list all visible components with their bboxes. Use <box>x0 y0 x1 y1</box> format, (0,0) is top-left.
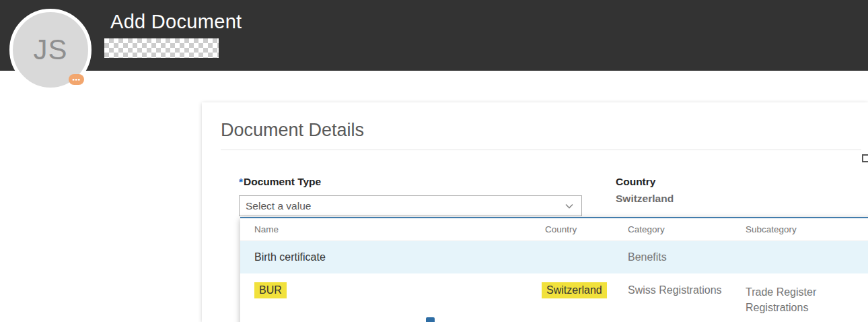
avatar-more-badge[interactable]: ⋯ <box>69 74 84 85</box>
required-asterisk: * <box>239 176 243 187</box>
option-subcategory: Trade Register Registrations <box>742 282 868 315</box>
user-avatar[interactable]: JS ⋯ <box>9 9 92 91</box>
highlighted-text: Switzerland <box>542 282 607 298</box>
edge-cutoff-icon[interactable] <box>862 154 868 162</box>
country-value: Switzerland <box>616 193 674 205</box>
option-name: BUR <box>240 282 542 298</box>
document-type-label-text: Document Type <box>244 176 321 187</box>
combobox-selected-value: Select a value <box>240 200 565 212</box>
document-type-combobox[interactable]: Select a value <box>239 195 582 216</box>
highlighted-text: BUR <box>254 282 287 298</box>
option-category: Benefits <box>624 251 742 263</box>
country-label: Country <box>616 176 655 188</box>
option-category: Swiss Registrations <box>624 282 742 296</box>
avatar-initials: JS <box>33 34 67 66</box>
column-header-subcategory: Subcategory <box>742 224 868 234</box>
column-header-category: Category <box>624 224 742 234</box>
section-title: Document Details <box>221 120 364 141</box>
app-header: Add Document <box>0 0 868 71</box>
page-title: Add Document <box>110 11 242 33</box>
dropdown-option-birth-certificate[interactable]: Birth certificate Benefits <box>240 241 868 273</box>
option-name: Birth certificate <box>240 251 542 263</box>
dropdown-option-bur[interactable]: BUR Switzerland Swiss Registrations Trad… <box>240 273 868 322</box>
bottom-cutoff-element <box>426 317 435 322</box>
column-header-country: Country <box>542 224 624 234</box>
option-country: Switzerland <box>542 282 624 298</box>
document-type-label: *Document Type <box>239 176 321 188</box>
dropdown-header-row: Name Country Category Subcategory <box>240 218 868 241</box>
chevron-down-icon[interactable] <box>565 201 574 211</box>
section-divider <box>221 150 861 150</box>
column-header-name: Name <box>240 224 542 234</box>
document-type-dropdown-list: Name Country Category Subcategory Birth … <box>240 217 868 322</box>
redacted-subtitle-placeholder <box>104 38 219 58</box>
